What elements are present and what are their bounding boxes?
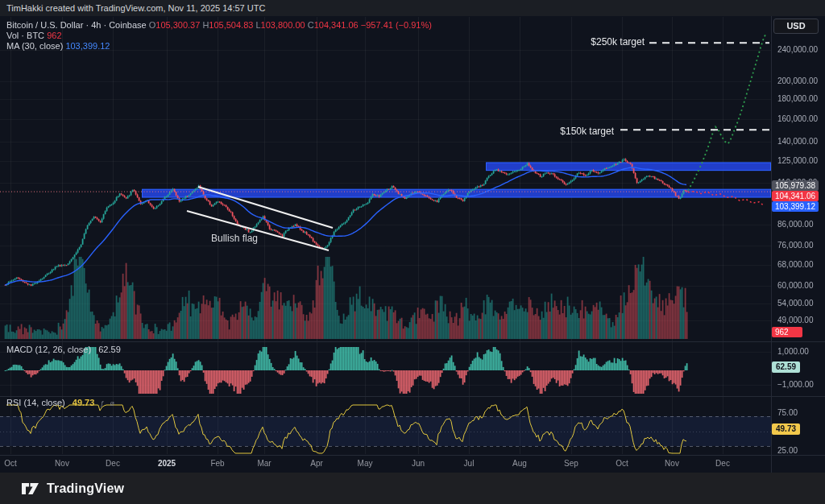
y-tick-label: 86,000.00 (777, 220, 814, 229)
x-tick-label: Nov (654, 459, 690, 468)
x-tick-label: Dec (705, 459, 740, 468)
x-tick-label: Nov (44, 459, 80, 468)
symbol-title: Bitcoin / U.S. Dollar · 4h · Coinbase (6, 20, 147, 30)
rsi-legend[interactable]: RSI (14, close) 49.73 ƒ ø (6, 398, 114, 408)
attribution-bar: TimHakki created with TradingView.com, N… (0, 0, 825, 16)
x-tick-label: Mar (247, 459, 282, 468)
y-tick-label: 49,000.00 (777, 316, 814, 324)
y-tick-label: 180,000.00 (777, 94, 818, 103)
rsi-smoothing-icon[interactable]: ƒ (100, 399, 104, 407)
x-tick-label: Feb (200, 459, 235, 468)
pane-separator[interactable] (0, 341, 825, 342)
last-price-tag: 104,341.06 (772, 191, 819, 201)
macd-label: MACD (12, 26, close) (6, 345, 91, 354)
rsi-value-badge: 49.73 (772, 423, 800, 435)
rsi-label: RSI (14, close) (6, 398, 65, 407)
y-tick-label: 76,000.00 (777, 241, 814, 250)
ma-value: 103,399.12 (65, 41, 110, 51)
x-tick-label: 2025 (149, 459, 184, 468)
pane-separator[interactable] (0, 396, 825, 397)
x-tick-label: May (347, 459, 383, 468)
target-250k-label[interactable]: $250k target (591, 36, 645, 48)
y-tick-label: 60,000.00 (777, 281, 814, 290)
open-value: 105,300.37 (155, 20, 200, 30)
gray-price-tag: 105,979.38 (772, 180, 819, 191)
tradingview-brand-text[interactable]: TradingView (47, 481, 124, 496)
target-150k-label[interactable]: $150k target (560, 126, 614, 137)
x-tick-label: Apr (299, 459, 334, 468)
close-value: 104,341.06 (314, 20, 359, 30)
y-tick-label: 200,000.00 (777, 76, 818, 85)
x-tick-label: Oct (0, 459, 28, 468)
price-scale[interactable]: USD 240,000.00200,000.00180,000.00160,00… (771, 16, 825, 473)
time-axis[interactable]: OctNovDec2025FebMarAprMayJunJulAugSepOct… (0, 455, 771, 473)
x-tick-label: Jul (451, 459, 487, 468)
x-tick-label: Sep (553, 459, 589, 468)
y-tick-label: 240,000.00 (777, 45, 818, 54)
chart-legend: Bitcoin / U.S. Dollar · 4h · Coinbase O1… (6, 20, 432, 52)
price-chart-canvas[interactable] (0, 0, 771, 473)
volume-value: 962 (47, 31, 61, 40)
macd-legend[interactable]: MACD (12, 26, close) 62.59 (6, 345, 121, 355)
ma-label: MA (30, close) (6, 41, 63, 51)
macd-axis-top: 1,000.00 (777, 347, 809, 356)
volume-label: Vol · BTC (6, 31, 44, 40)
open-label: O (149, 20, 156, 30)
currency-usd-button[interactable]: USD (773, 19, 819, 34)
low-value: 103,800.00 (261, 20, 305, 30)
y-tick-label: 140,000.00 (777, 137, 818, 146)
x-tick-label: Jun (400, 459, 436, 468)
tradingview-chart-window: TimHakki created with TradingView.com, N… (0, 0, 825, 504)
y-tick-label: 160,000.00 (777, 114, 818, 123)
symbol-legend-row[interactable]: Bitcoin / U.S. Dollar · 4h · Coinbase O1… (6, 20, 432, 31)
rsi-axis-top: 75.00 (777, 408, 798, 417)
ma-legend-row[interactable]: MA (30, close) 103,399.12 (6, 41, 432, 52)
footer-bar: TradingView (0, 473, 825, 504)
macd-axis-bottom: −1,000.00 (777, 380, 814, 389)
y-tick-label: 68,000.00 (777, 260, 814, 269)
volume-value-tag: 962 (772, 327, 802, 337)
ma-price-tag: 103,399.12 (772, 201, 819, 212)
close-label: C (308, 20, 314, 30)
rsi-axis-bottom: 25.00 (777, 446, 798, 455)
rsi-value: 49.73 (73, 398, 95, 407)
x-tick-label: Dec (95, 459, 131, 468)
rsi-average-icon[interactable]: ø (110, 399, 114, 407)
bullish-flag-label[interactable]: Bullish flag (211, 233, 258, 244)
y-tick-label: 54,000.00 (777, 299, 814, 308)
change-value: −957.41 (−0.91%) (361, 20, 432, 30)
y-tick-label: 125,000.00 (777, 156, 818, 165)
macd-value-badge: 62.59 (772, 361, 800, 373)
macd-value: 62.59 (98, 345, 121, 354)
attribution-text: TimHakki created with TradingView.com, N… (6, 3, 265, 13)
x-tick-label: Oct (604, 459, 640, 468)
scale-separator (771, 16, 772, 473)
high-value: 105,504.83 (209, 20, 253, 30)
x-tick-label: Aug (502, 459, 537, 468)
volume-legend-row[interactable]: Vol · BTC 962 (6, 31, 432, 41)
tradingview-logo-icon[interactable] (21, 481, 40, 497)
